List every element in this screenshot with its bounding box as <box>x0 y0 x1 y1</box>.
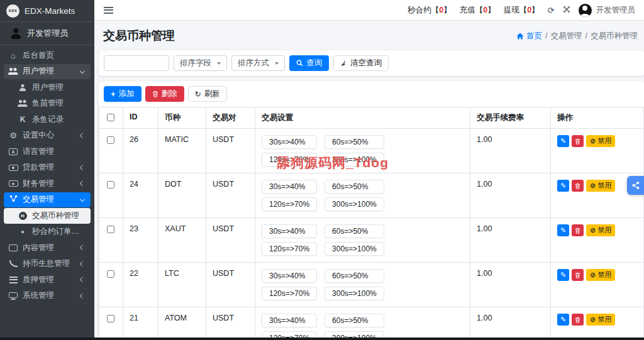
edit-button[interactable]: ✎ <box>557 224 569 236</box>
fullscreen-icon[interactable] <box>563 6 570 14</box>
delete-row-button[interactable] <box>572 224 584 236</box>
content-header: 交易币种管理 首页 / 交易管理 / 交易币种管理 <box>94 21 644 50</box>
disable-button[interactable]: ⊘禁用 <box>586 224 615 236</box>
theme-share-button[interactable] <box>627 176 644 195</box>
brand[interactable]: EDX EDX-Markets <box>0 0 94 22</box>
disable-label: 禁用 <box>597 226 611 235</box>
sidebar-item-fish-fry-management[interactable]: 鱼苗管理 <box>4 96 91 112</box>
cell-fee: 1.00 <box>470 218 551 263</box>
breadcrumb-home-link[interactable]: 首页 <box>516 31 542 41</box>
navbar-user-menu[interactable]: 开发管理员 <box>579 4 636 17</box>
content-icon <box>9 244 18 251</box>
sidebar-item-user-management[interactable]: 用户管理 <box>4 64 91 80</box>
sidebar-item-trade-coin-management[interactable]: 交易币种管理 <box>4 208 91 224</box>
trade-setting-pill: 120s=>70% <box>262 242 317 256</box>
ban-icon: ⊘ <box>590 271 596 279</box>
edit-button[interactable]: ✎ <box>557 135 569 147</box>
app-window: EDX EDX-Markets 开发管理员 ⌂后台首页用户管理用户管理鱼苗管理K… <box>0 0 644 340</box>
search-button[interactable]: 查询 <box>289 55 329 71</box>
edit-button[interactable]: ✎ <box>557 269 569 281</box>
pencil-icon: ✎ <box>560 226 566 234</box>
disable-button[interactable]: ⊘禁用 <box>586 135 615 147</box>
stat-withdraw[interactable]: 提现【0】 <box>504 5 540 16</box>
disable-button[interactable]: ⊘禁用 <box>586 269 615 281</box>
sidebar-item-trade-management[interactable]: 交易管理 <box>4 192 91 208</box>
cell-settings: 30s=>40%60s=>50%120s=>70%300s=>100% <box>255 263 470 307</box>
sidebar-item-label: 鱼苗管理 <box>32 98 64 109</box>
stat-second-contract[interactable]: 秒合约【0】 <box>408 5 451 16</box>
sort-field-select[interactable]: 排序字段 <box>174 55 227 71</box>
money-icon <box>9 180 18 187</box>
cell-coin: LTC <box>158 263 206 307</box>
cell-settings: 30s=>40%60s=>50%120s=>70%300s=>100% <box>255 129 470 173</box>
sidebar-item-label: 用户管理 <box>23 66 54 77</box>
row-id: 26 <box>130 135 138 144</box>
row-checkbox[interactable] <box>107 270 114 278</box>
sidebar-item-holding-interest-management[interactable]: 持币生息管理 <box>4 256 91 272</box>
trash-icon <box>575 228 580 234</box>
sidebar: EDX EDX-Markets 开发管理员 ⌂后台首页用户管理用户管理鱼苗管理K… <box>0 0 94 340</box>
row-checkbox[interactable] <box>107 226 114 233</box>
row-checkbox[interactable] <box>107 315 114 322</box>
cell-id: 21 <box>123 307 158 340</box>
sidebar-item-label: 用户管理 <box>32 82 64 93</box>
delete-row-button[interactable] <box>572 269 584 281</box>
trade-setting-pill: 300s=>100% <box>325 197 384 211</box>
delete-button[interactable]: 删除 <box>145 86 184 102</box>
sidebar-item-user-management-sub[interactable]: 用户管理 <box>4 80 91 96</box>
edit-button[interactable]: ✎ <box>557 314 569 326</box>
chevron-left-icon <box>80 245 85 250</box>
sidebar-toggle[interactable] <box>103 7 113 14</box>
sidebar-user-panel[interactable]: 开发管理员 <box>0 22 94 45</box>
clear-search-button[interactable]: 清空查询 <box>333 55 389 71</box>
pencil-icon: ✎ <box>560 271 566 279</box>
refresh-icon[interactable]: ⟳ <box>548 6 555 14</box>
refresh-button[interactable]: ↻刷新 <box>188 86 227 102</box>
disable-button[interactable]: ⊘禁用 <box>586 180 615 192</box>
select-all-checkbox[interactable] <box>107 114 114 121</box>
search-input[interactable] <box>104 55 169 71</box>
cell-coin: XAUT <box>158 218 206 263</box>
stat-deposit[interactable]: 充值【0】 <box>460 5 496 16</box>
sidebar-item-settings-center[interactable]: ⚙设置中心 <box>4 128 91 144</box>
delete-row-button[interactable] <box>572 314 584 326</box>
sidebar-item-finance-management[interactable]: 财务管理 <box>4 176 91 192</box>
delete-row-button[interactable] <box>572 135 584 147</box>
sidebar-item-label: 后台首页 <box>23 50 54 61</box>
cell-fee: 1.00 <box>470 263 551 307</box>
row-checkbox[interactable] <box>107 181 114 189</box>
coins-table: ID 币种 交易对 交易设置 交易手续费率 操作 26MATICUSDT30s=… <box>99 107 644 340</box>
refresh-icon: ↻ <box>195 90 201 99</box>
delete-row-button[interactable] <box>572 180 584 192</box>
disable-label: 禁用 <box>597 136 611 146</box>
sidebar-item-second-contract-orders[interactable]: ●秒合约订单管理 <box>4 224 91 240</box>
row-coin: DOT <box>165 180 181 189</box>
table-header-row: ID 币种 交易对 交易设置 交易手续费率 操作 <box>99 107 644 129</box>
sidebar-item-fish-kill-records[interactable]: K杀鱼记录 <box>4 112 91 128</box>
sidebar-item-language-management[interactable]: 语言管理 <box>4 144 91 160</box>
sidebar-item-backend-home[interactable]: ⌂后台首页 <box>4 48 91 63</box>
ban-icon: ⊘ <box>590 137 596 145</box>
breadcrumb-separator: / <box>545 31 547 40</box>
disable-button[interactable]: ⊘禁用 <box>586 314 615 326</box>
edit-button[interactable]: ✎ <box>557 180 569 192</box>
k-icon: K <box>20 116 26 123</box>
sidebar-item-loan-management[interactable]: 贷款管理 <box>4 160 91 176</box>
sidebar-item-pledge-management[interactable]: 质押管理 <box>4 272 91 288</box>
row-coin: MATIC <box>165 135 189 144</box>
network-icon <box>9 195 18 204</box>
trade-setting-pill: 60s=>50% <box>325 224 384 238</box>
sidebar-item-label: 财务管理 <box>23 178 54 189</box>
disable-label: 禁用 <box>597 181 611 190</box>
brand-logo-icon: EDX <box>6 4 19 18</box>
row-checkbox[interactable] <box>107 136 114 144</box>
sort-order-select[interactable]: 排序方式 <box>231 55 285 71</box>
sidebar-item-system-management[interactable]: 系统管理 <box>4 288 91 304</box>
row-id: 23 <box>130 224 138 233</box>
pencil-icon: ✎ <box>560 182 566 190</box>
avatar <box>10 28 22 38</box>
disable-label: 禁用 <box>597 270 611 280</box>
trade-setting-pill: 30s=>40% <box>262 314 317 327</box>
add-button[interactable]: +添加 <box>104 86 142 102</box>
sidebar-item-content-management[interactable]: 内容管理 <box>4 240 91 256</box>
